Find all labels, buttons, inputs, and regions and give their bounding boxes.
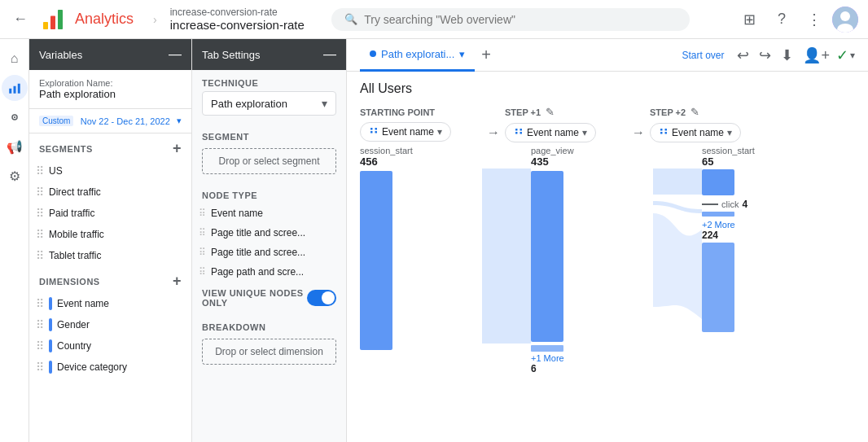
node-0-label: session_start 456 <box>360 146 413 168</box>
drag-icon: ⠿ <box>36 228 44 241</box>
tab-settings-minimize-button[interactable]: — <box>323 47 336 62</box>
toggle-knob <box>322 291 335 304</box>
apps-button[interactable]: ⊞ <box>734 5 764 34</box>
connector-1 <box>482 146 531 374</box>
step1-edit-icon[interactable]: ✎ <box>546 106 555 118</box>
icon-sidebar: ⌂ 📢 ⚙ <box>0 39 29 442</box>
add-dimension-button[interactable]: + <box>173 273 182 290</box>
node-type-event-name[interactable]: ⠿ Event name <box>192 203 346 223</box>
nav-icons: ⊞ ? ⋮ <box>734 5 858 34</box>
sidebar-item-reports[interactable] <box>2 75 28 101</box>
svg-rect-8 <box>17 84 20 94</box>
sidebar-item-explore[interactable] <box>2 104 28 130</box>
node-type-page-title-2[interactable]: ⠿ Page title and scree... <box>192 243 346 262</box>
breadcrumb: increase-conversion-rate increase-conver… <box>170 7 305 32</box>
svg-rect-12 <box>375 128 378 130</box>
step2-event-label: Event name <box>672 127 724 138</box>
step2-selector[interactable]: Event name ▾ <box>650 123 741 142</box>
exploration-title: All Users <box>360 81 855 96</box>
sidebar-item-advertise[interactable]: 📢 <box>2 133 28 160</box>
node-1-more-label[interactable]: +1 More <box>531 353 564 363</box>
drag-icon: ⠿ <box>36 318 44 331</box>
more-options-button[interactable]: ⋮ <box>800 5 829 34</box>
node-type-page-title-1[interactable]: ⠿ Page title and scree... <box>192 223 346 243</box>
step1-dropdown: ▾ <box>582 127 587 138</box>
drag-icon: ⠿ <box>36 207 44 220</box>
node-type-label: NODE TYPE <box>192 182 346 203</box>
node-type-page-path[interactable]: ⠿ Page path and scre... <box>192 262 346 282</box>
add-segment-button[interactable]: + <box>173 140 182 157</box>
check-status-button[interactable]: ✓ ▾ <box>836 46 855 64</box>
tab-path-exploration[interactable]: Path explorati... ▾ <box>360 39 475 72</box>
svg-rect-15 <box>515 129 518 131</box>
technique-value: Path exploration <box>211 98 287 110</box>
drag-icon: ⠿ <box>199 247 206 258</box>
sidebar-item-configure[interactable]: ⚙ <box>2 163 28 189</box>
search-input[interactable] <box>364 13 677 26</box>
node-type-label: Page title and scree... <box>211 227 305 239</box>
segment-label: Direct traffic <box>49 186 101 198</box>
sidebar-item-home[interactable]: ⌂ <box>2 46 28 72</box>
drag-icon: ⠿ <box>199 227 206 239</box>
dimension-item-device-category[interactable]: ⠿ Device category <box>29 357 191 378</box>
undo-button[interactable]: ↩ <box>734 43 752 68</box>
step1-selector[interactable]: Event name ▾ <box>505 123 596 142</box>
svg-rect-17 <box>515 132 518 134</box>
node-2-0-count: 65 <box>702 155 755 168</box>
technique-selector[interactable]: Path exploration ▾ <box>202 91 336 116</box>
segment-item-paid-traffic[interactable]: ⠿ Paid traffic <box>29 203 191 224</box>
segment-item-us[interactable]: ⠿ US <box>29 160 191 182</box>
event-icon-2 <box>659 128 669 138</box>
drag-icon: ⠿ <box>36 361 44 374</box>
segment-item-direct-traffic[interactable]: ⠿ Direct traffic <box>29 182 191 203</box>
starting-point-column: STARTING POINT Event name ▾ <box>360 107 482 142</box>
svg-rect-20 <box>665 129 668 131</box>
node-types-list: ⠿ Event name ⠿ Page title and scree... ⠿… <box>192 203 346 282</box>
drag-icon: ⠿ <box>36 297 44 310</box>
node-2-0-event: session_start <box>702 146 755 155</box>
calendar-icon <box>369 127 379 137</box>
starting-point-selector[interactable]: Event name ▾ <box>360 122 451 142</box>
sankey-col-0: session_start 456 <box>360 146 482 350</box>
share-button[interactable]: 👤+ <box>800 43 833 68</box>
variables-minimize-button[interactable]: — <box>169 47 182 62</box>
user-avatar[interactable] <box>832 7 858 33</box>
node-2-2-label: +2 More 224 <box>702 220 735 241</box>
start-over-button[interactable]: Start over <box>675 46 730 64</box>
tab-indicator <box>370 50 376 57</box>
node-0-count: 456 <box>360 155 413 168</box>
dimension-item-event-name[interactable]: ⠿ Event name <box>29 293 191 314</box>
tab-settings-title: Tab Settings <box>202 49 261 61</box>
sankey-col-1: page_view 435 +1 More 6 <box>531 146 653 374</box>
node-2-2-event[interactable]: +2 More <box>702 220 735 230</box>
tab-settings-header: Tab Settings — <box>192 39 346 70</box>
variables-panel: Variables — Exploration Name: Path explo… <box>29 39 192 442</box>
view-unique-toggle[interactable] <box>307 290 336 306</box>
segment-item-mobile-traffic[interactable]: ⠿ Mobile traffic <box>29 224 191 245</box>
step2-edit-icon[interactable]: ✎ <box>690 106 699 118</box>
search-bar[interactable]: 🔍 <box>331 8 690 31</box>
step2-dropdown: ▾ <box>727 127 732 138</box>
dimension-label: Event name <box>57 298 109 309</box>
breakdown-drop-zone[interactable]: Drop or select dimension <box>202 339 336 365</box>
date-range-selector[interactable]: Custom Nov 22 - Dec 21, 2022 ▾ <box>29 109 191 133</box>
node-1-label: page_view 435 <box>531 146 574 168</box>
segment-drop-zone[interactable]: Drop or select segment <box>202 148 336 174</box>
download-button[interactable]: ⬇ <box>778 43 796 68</box>
breakdown-placeholder: Drop or select dimension <box>215 346 323 357</box>
drag-icon: ⠿ <box>199 266 206 278</box>
node-1-event: page_view <box>531 146 574 155</box>
segment-item-tablet-traffic[interactable]: ⠿ Tablet traffic <box>29 245 191 266</box>
help-button[interactable]: ? <box>767 5 796 34</box>
redo-button[interactable]: ↪ <box>756 43 774 68</box>
svg-rect-22 <box>665 132 668 134</box>
dimension-item-gender[interactable]: ⠿ Gender <box>29 314 191 335</box>
back-button[interactable]: ← <box>10 7 31 31</box>
dimensions-title: DIMENSIONS <box>39 277 100 287</box>
node-1-more-count: 6 <box>531 363 564 374</box>
technique-dropdown-arrow: ▾ <box>322 97 327 110</box>
dimension-item-country[interactable]: ⠿ Country <box>29 335 191 357</box>
add-tab-button[interactable]: + <box>481 46 491 64</box>
step1-event-label: Event name <box>527 127 579 138</box>
dimension-color <box>49 339 52 352</box>
